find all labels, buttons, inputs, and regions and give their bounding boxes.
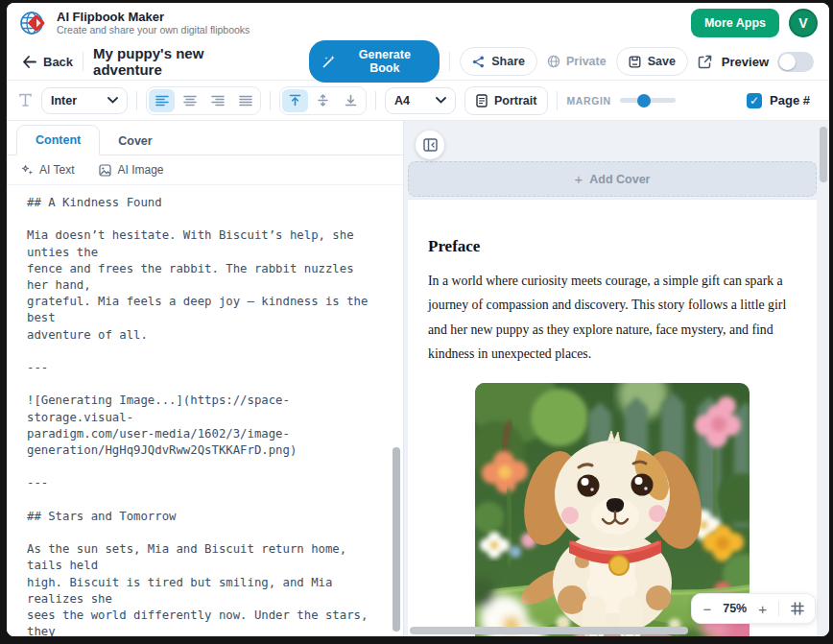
valign-middle-button[interactable] <box>310 89 336 112</box>
ai-image-button[interactable]: AI Image <box>99 163 163 177</box>
image-icon <box>99 164 111 177</box>
valign-bottom-button[interactable] <box>338 89 364 112</box>
editor-scrollbar-thumb[interactable] <box>393 447 400 632</box>
align-right-button[interactable] <box>204 89 230 112</box>
add-cover-label: Add Cover <box>589 173 650 186</box>
page-body-text: In a world where curiosity meets courage… <box>428 269 797 367</box>
format-toolbar: Inter A4 <box>7 81 829 121</box>
user-avatar[interactable]: V <box>789 9 818 37</box>
document-title: My puppy's new adventure <box>93 45 273 78</box>
privacy-status[interactable]: Private <box>547 55 607 68</box>
collapse-panel-icon[interactable] <box>416 131 444 159</box>
margin-slider[interactable] <box>620 98 676 103</box>
sparkles-icon <box>21 164 34 177</box>
document-toolbar: Back My puppy's new adventure Generate B… <box>7 43 829 81</box>
orientation-button[interactable]: Portrait <box>464 86 548 115</box>
align-justify-button[interactable] <box>232 89 258 112</box>
plus-icon: + <box>575 171 583 187</box>
app-subtitle: Create and share your own digital flipbo… <box>57 24 250 36</box>
tab-cover[interactable]: Cover <box>100 127 170 155</box>
app-window: AI Flipbook Maker Create and share your … <box>7 3 829 636</box>
zoom-controls: − 75% + <box>691 593 816 624</box>
preview-horizontal-scrollbar[interactable] <box>408 627 814 634</box>
divider <box>557 91 558 110</box>
divider <box>449 52 450 71</box>
align-left-button[interactable] <box>149 89 175 112</box>
share-label: Share <box>491 55 525 68</box>
toggle-knob <box>779 54 796 70</box>
app-logo-icon <box>18 9 47 37</box>
back-arrow-icon <box>22 56 36 68</box>
chevron-down-icon <box>107 97 118 104</box>
editor-tabs: Content Cover <box>7 121 403 155</box>
divider <box>136 91 137 110</box>
valign-top-button[interactable] <box>282 89 308 112</box>
ai-text-label: AI Text <box>39 163 74 177</box>
save-icon <box>629 56 641 68</box>
page-number-checkbox[interactable]: ✓ <box>747 93 762 108</box>
h-scrollbar-thumb[interactable] <box>410 627 688 634</box>
divider <box>778 601 779 616</box>
preview-scroll-area[interactable]: + Add Cover Preface In a world where cur… <box>408 121 817 636</box>
app-header: AI Flipbook Maker Create and share your … <box>7 3 829 43</box>
preview-panel: + Add Cover Preface In a world where cur… <box>404 121 829 636</box>
text-align-group <box>146 86 261 115</box>
ai-actions-row: AI Text AI Image <box>7 155 403 185</box>
check-icon: ✓ <box>750 94 759 107</box>
zoom-out-button[interactable]: − <box>702 602 711 616</box>
vertical-align-group <box>279 86 367 115</box>
magic-wand-icon <box>322 55 336 68</box>
chevron-down-icon <box>436 97 446 104</box>
generate-book-button[interactable]: Generate Book <box>309 40 440 83</box>
zoom-in-button[interactable]: + <box>758 602 767 616</box>
zoom-level: 75% <box>723 602 747 615</box>
page-number-label: Page # <box>770 93 810 107</box>
page-heading: Preface <box>428 237 797 256</box>
divider <box>375 91 376 110</box>
align-center-button[interactable] <box>177 89 202 112</box>
share-button[interactable]: Share <box>460 47 537 76</box>
save-button[interactable]: Save <box>616 47 688 76</box>
document-icon <box>476 94 488 107</box>
font-family-value: Inter <box>51 94 77 107</box>
editor-scrollbar[interactable] <box>393 185 400 636</box>
globe-icon <box>547 55 560 68</box>
app-title: AI Flipbook Maker <box>57 11 250 25</box>
editor-panel: Content Cover AI Text AI Image <box>7 121 404 636</box>
margin-label: MARGIN <box>566 95 610 107</box>
page-size-value: A4 <box>394 94 410 107</box>
divider <box>83 52 83 71</box>
preview-vertical-scrollbar[interactable] <box>820 125 827 623</box>
orientation-label: Portrait <box>494 94 536 107</box>
book-page: Preface In a world where curiosity meets… <box>408 200 817 636</box>
preview-label: Preview <box>722 55 769 69</box>
more-apps-button[interactable]: More Apps <box>691 9 779 37</box>
open-external-icon[interactable] <box>698 55 712 69</box>
share-icon <box>472 56 485 68</box>
markdown-editor[interactable]: ## A Kindness Found Mia doesn’t hesitate… <box>7 185 403 636</box>
save-label: Save <box>648 55 676 68</box>
font-family-select[interactable]: Inter <box>41 87 128 114</box>
generate-book-label: Generate Book <box>343 48 426 75</box>
back-button[interactable]: Back <box>22 55 73 69</box>
v-scrollbar-thumb[interactable] <box>820 127 827 182</box>
preview-toggle[interactable] <box>777 52 814 72</box>
fit-frame-icon[interactable] <box>791 602 804 615</box>
app-title-block: AI Flipbook Maker Create and share your … <box>57 11 250 36</box>
divider <box>270 91 271 110</box>
private-label: Private <box>566 55 607 68</box>
page-size-select[interactable]: A4 <box>385 87 456 114</box>
text-style-icon <box>18 93 33 107</box>
ai-text-button[interactable]: AI Text <box>21 163 74 177</box>
back-label: Back <box>43 55 73 69</box>
add-cover-button[interactable]: + Add Cover <box>408 161 817 197</box>
ai-image-label: AI Image <box>117 163 163 177</box>
margin-slider-thumb[interactable] <box>637 94 651 107</box>
editor-content[interactable]: ## A Kindness Found Mia doesn’t hesitate… <box>7 185 403 636</box>
tab-content[interactable]: Content <box>16 125 100 155</box>
